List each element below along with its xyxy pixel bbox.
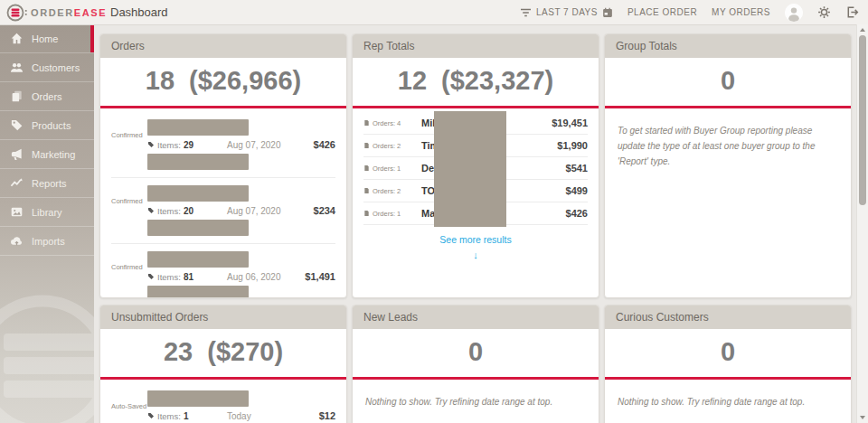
order-amount: $234	[314, 205, 335, 216]
order-date: Aug 06, 2020	[227, 272, 305, 282]
order-items-count: 29	[184, 140, 193, 150]
document-icon	[363, 187, 370, 194]
date-filter[interactable]: LAST 7 DAYS	[520, 7, 613, 18]
order-status: Auto-Saved	[111, 388, 147, 423]
sidebar-item-reports[interactable]: Reports	[0, 169, 94, 198]
sidebar-item-customers[interactable]: Customers	[0, 53, 94, 82]
date-filter-label: LAST 7 DAYS	[536, 7, 598, 17]
dashboard-content: Orders 18 ($26,966) Confirmed Items:29 A…	[94, 24, 857, 423]
curious-customers-card: Curious Customers 0 Nothing to show. Try…	[604, 305, 852, 423]
sidebar-item-products[interactable]: Products	[0, 111, 94, 140]
order-amount: $1,491	[305, 271, 335, 282]
order-items-count: 20	[184, 206, 193, 216]
sidebar-item-home[interactable]: Home	[0, 24, 94, 53]
image-icon	[10, 205, 24, 219]
redacted-rep-names	[434, 111, 506, 227]
sidebar-item-marketing[interactable]: Marketing	[0, 140, 94, 169]
orders-card: Orders 18 ($26,966) Confirmed Items:29 A…	[99, 33, 347, 298]
card-title: Unsubmitted Orders	[100, 306, 346, 329]
order-row[interactable]: Auto-Saved Items:1 Today $12	[111, 383, 335, 423]
scroll-up-arrow-icon[interactable]	[860, 28, 865, 32]
sidebar-item-orders[interactable]: Orders	[0, 82, 94, 111]
group-totals-card: Group Totals 0 To get started with Buyer…	[604, 33, 852, 298]
sidebar-item-imports[interactable]: Imports	[0, 227, 94, 256]
sidebar-item-label: Imports	[32, 236, 65, 247]
redacted-customer-address	[147, 286, 249, 297]
order-items-count: 81	[184, 272, 193, 282]
unsubmitted-orders-stat: 23 ($270)	[100, 329, 346, 380]
scroll-down-arrow-icon[interactable]	[860, 416, 865, 419]
sidebar-item-label: Customers	[32, 62, 80, 73]
customers-icon	[10, 61, 24, 74]
vertical-scrollbar[interactable]	[856, 24, 868, 423]
megaphone-icon	[10, 147, 24, 161]
logout-button[interactable]	[845, 5, 859, 19]
settings-button[interactable]	[817, 5, 831, 19]
gear-icon	[817, 5, 831, 19]
down-arrow-icon: ↓	[363, 248, 588, 263]
redacted-customer-address	[147, 154, 249, 170]
rep-totals-card: Rep Totals 12 ($23,327) Orders: 4 Mike J…	[352, 33, 599, 298]
tag-icon	[10, 118, 24, 132]
card-title: Rep Totals	[353, 34, 599, 58]
new-leads-stat: 0	[353, 329, 599, 380]
app-logo[interactable]: ORDEREASE	[0, 2, 96, 24]
rep-amount: $19,451	[552, 118, 588, 128]
order-amount: $426	[314, 139, 335, 150]
sidebar-item-label: Reports	[32, 178, 67, 189]
sidebar-item-label: Library	[32, 207, 62, 218]
card-title: Orders	[100, 34, 346, 58]
tag-icon	[147, 412, 155, 419]
unsubmitted-orders-card: Unsubmitted Orders 23 ($270) Auto-Saved …	[99, 305, 347, 423]
redacted-customer-name	[147, 251, 249, 268]
rep-amount: $541	[566, 163, 588, 174]
redacted-customer-address	[147, 220, 249, 236]
orderease-watermark-icon	[0, 277, 94, 423]
sidebar-item-label: Marketing	[32, 149, 75, 160]
order-amount: $12	[319, 410, 335, 421]
order-items-count: 1	[184, 411, 189, 421]
avatar-icon	[785, 4, 803, 22]
see-more-results-link[interactable]: See more results↓	[363, 233, 588, 262]
curious-customers-message: Nothing to show. Try refining date range…	[616, 383, 840, 420]
filter-icon	[520, 8, 532, 17]
card-title: New Leads	[353, 306, 599, 329]
place-order-button[interactable]: PLACE ORDER	[627, 7, 697, 17]
cloud-upload-icon	[10, 234, 24, 248]
document-icon	[363, 210, 370, 217]
order-date: Aug 07, 2020	[227, 140, 314, 150]
redacted-customer-name	[147, 185, 249, 202]
group-totals-stat: 0	[605, 58, 851, 108]
orderease-emblem-icon	[5, 2, 29, 24]
rep-amount: $499	[566, 185, 588, 196]
sidebar-item-label: Products	[32, 120, 71, 131]
scrollbar-thumb[interactable]	[859, 35, 866, 205]
chart-icon	[10, 176, 24, 190]
order-row[interactable]: Confirmed Items:81 Aug 06, 2020 $1,491	[111, 243, 335, 297]
order-row[interactable]: Confirmed Items:29 Aug 07, 2020 $426	[111, 112, 335, 177]
order-date: Aug 07, 2020	[227, 206, 314, 216]
curious-customers-stat: 0	[605, 329, 851, 380]
my-orders-button[interactable]: MY ORDERS	[712, 7, 770, 17]
topbar-actions: LAST 7 DAYS PLACE ORDER MY ORDERS	[505, 4, 868, 22]
orders-stat: 18 ($26,966)	[100, 58, 346, 108]
user-avatar[interactable]	[785, 4, 803, 22]
logo-text: ORDEREASE	[31, 7, 107, 18]
orders-icon	[10, 89, 24, 103]
card-title: Curious Customers	[605, 306, 851, 329]
order-row[interactable]: Confirmed Items:20 Aug 07, 2020 $234	[111, 177, 335, 243]
rep-amount: $426	[566, 208, 588, 219]
logout-icon	[845, 5, 859, 19]
order-status: Confirmed	[111, 117, 147, 173]
topbar: ORDEREASE Dashboard LAST 7 DAYS PLACE OR…	[0, 0, 868, 25]
home-icon	[10, 32, 24, 45]
calendar-icon	[602, 7, 613, 18]
rep-amount: $1,990	[557, 140, 588, 151]
sidebar: Home Customers Orders Products Marketing…	[0, 24, 94, 423]
document-icon	[363, 142, 370, 149]
order-status: Confirmed	[111, 249, 147, 297]
sidebar-item-library[interactable]: Library	[0, 198, 94, 227]
document-icon	[363, 119, 370, 127]
redacted-customer-name	[147, 119, 249, 136]
card-title: Group Totals	[605, 34, 851, 58]
